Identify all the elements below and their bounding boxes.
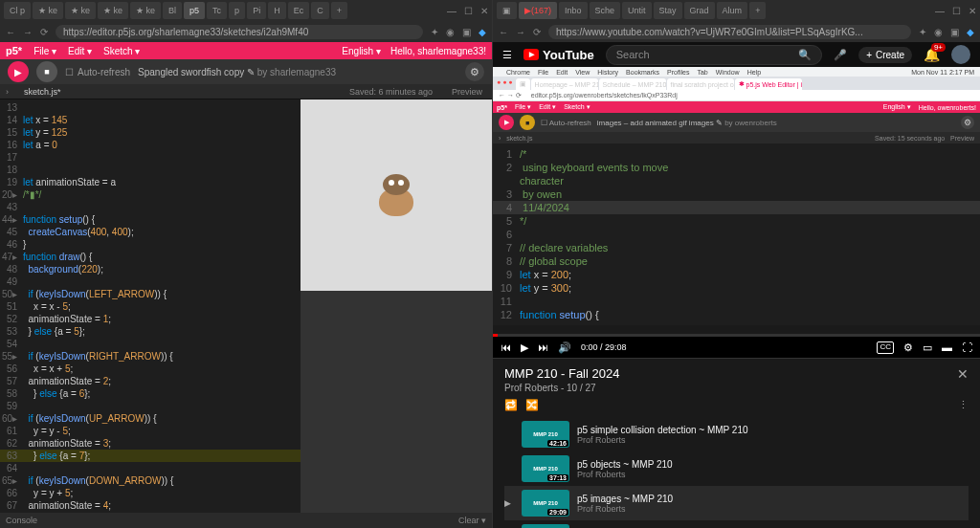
browser-tab[interactable]: ▣ (497, 2, 517, 19)
loop-icon[interactable]: 🔁 (504, 399, 518, 411)
browser-tabstrip: ▣ ▶ (167) Inbo Sche Untit Stay Grad Alum… (493, 0, 980, 21)
hamburger-icon[interactable]: ☰ (502, 49, 512, 61)
captions-icon[interactable]: CC (877, 341, 894, 354)
browser-tab[interactable]: Cl p (4, 2, 31, 19)
browser-toolbar: ← → ⟳ https://www.youtube.com/watch?v=Uj… (493, 21, 980, 42)
menu-file[interactable]: File ▾ (33, 46, 56, 56)
reload-icon[interactable]: ⟳ (533, 27, 541, 37)
play-button: ▶ (499, 115, 514, 130)
extension-icon[interactable]: ◉ (934, 27, 943, 37)
playlist-item[interactable]: MMP 21037:13 p5 objects ~ MMP 210Prof Ro… (504, 451, 969, 486)
new-tab-button[interactable]: + (749, 2, 766, 19)
search-icon[interactable]: 🔍 (798, 49, 812, 61)
new-tab-button[interactable]: + (331, 2, 347, 19)
playlist-meta: Prof Roberts - 10 / 27 (504, 383, 969, 393)
browser-tab[interactable]: Inbo (559, 2, 588, 19)
close-icon[interactable]: ✕ (480, 6, 488, 16)
video-content[interactable]: ChromeFileEditViewHistoryBookmarksProfil… (493, 67, 980, 334)
code-editor[interactable]: 13 14let x = 145 15let y = 125 16let a =… (0, 99, 301, 513)
playlist-item[interactable]: ▶ MMP 21029:09 p5 images ~ MMP 210Prof R… (504, 486, 969, 520)
browser-tab[interactable]: Ec (288, 2, 310, 19)
prev-icon[interactable]: ⏮ (501, 341, 511, 353)
extension-icon[interactable]: ✦ (919, 27, 926, 37)
play-icon[interactable]: ▶ (521, 341, 528, 354)
voice-search-icon[interactable]: 🎤 (834, 49, 847, 61)
browser-tab[interactable]: Stay (654, 2, 682, 19)
playlist-item[interactable]: MMP 21042:16 p5 simple collision detecti… (504, 417, 969, 451)
create-button[interactable]: + Create (858, 47, 912, 63)
reload-icon[interactable]: ⟳ (40, 27, 48, 37)
browser-tab[interactable]: Pi (247, 2, 266, 19)
browser-tab[interactable]: Bl (163, 2, 182, 19)
maximize-icon[interactable]: ☐ (952, 6, 961, 16)
p5-header: p5* File ▾ Edit ▾ Sketch ▾ English ▾ Hel… (0, 42, 492, 59)
browser-tab[interactable]: ★ ke (130, 2, 161, 19)
sprite-character (375, 174, 417, 216)
minimize-icon[interactable]: — (935, 6, 945, 16)
right-browser-window: ▣ ▶ (167) Inbo Sche Untit Stay Grad Alum… (493, 0, 980, 528)
playlist-panel: ✕ MMP 210 - Fall 2024 Prof Roberts - 10 … (493, 358, 980, 528)
close-icon[interactable]: ✕ (957, 366, 969, 382)
language-select[interactable]: English ▾ (342, 46, 381, 56)
sketch-name[interactable]: Spangled swordfish copy ✎ by sharlemagne… (138, 67, 336, 77)
notifications-icon[interactable]: 🔔9+ (924, 47, 940, 62)
miniplayer-icon[interactable]: ▭ (923, 341, 932, 354)
maximize-icon[interactable]: ☐ (464, 6, 473, 16)
browser-tab[interactable]: ★ ke (98, 2, 128, 19)
back-icon[interactable]: ← (6, 27, 15, 37)
back-icon[interactable]: ← (499, 27, 508, 37)
file-tab[interactable]: sketch.js* (14, 87, 71, 97)
search-input[interactable]: Search🔍 (606, 45, 822, 65)
fullscreen-icon[interactable]: ⛶ (962, 341, 972, 354)
extension-icon[interactable]: ✦ (431, 27, 438, 37)
extension-icon[interactable]: ◉ (446, 27, 455, 37)
play-button[interactable]: ▶ (8, 61, 29, 82)
browser-tab[interactable]: ▶ (167) (519, 2, 557, 19)
browser-tab[interactable]: p5 (184, 2, 205, 19)
browser-tab[interactable]: Sche (590, 2, 621, 19)
extension-icon[interactable]: ▣ (462, 27, 471, 37)
avatar[interactable] (951, 45, 970, 64)
browser-tab[interactable]: H (268, 2, 286, 19)
sketch-canvas (301, 99, 492, 291)
auto-refresh-toggle[interactable]: ☐Auto-refresh (65, 67, 130, 77)
gear-icon[interactable]: ⚙ (465, 62, 484, 81)
clear-button[interactable]: Clear ▾ (458, 516, 486, 525)
browser-tab[interactable]: Untit (622, 2, 652, 19)
playlist-item[interactable]: MMP 210 Keyboard events ~ MMP 210 (504, 520, 969, 528)
address-bar[interactable]: https://www.youtube.com/watch?v=UjWR7e0G… (548, 25, 911, 39)
forward-icon[interactable]: → (516, 27, 525, 37)
p5-toolbar: ▶ ■ ☐Auto-refresh Spangled swordfish cop… (0, 59, 492, 84)
close-icon[interactable]: ✕ (969, 6, 976, 16)
expand-sidebar-icon[interactable]: › (0, 87, 14, 97)
youtube-logo[interactable]: ▶YouTube (523, 48, 594, 62)
browser-tab[interactable]: ★ ke (65, 2, 96, 19)
extension-icon[interactable]: ◆ (479, 27, 486, 37)
browser-tab[interactable]: Grad (684, 2, 715, 19)
extension-icon[interactable]: ◆ (967, 27, 974, 37)
theater-icon[interactable]: ▬ (942, 341, 952, 354)
address-bar[interactable]: https://editor.p5js.org/sharlemagne33/sk… (56, 25, 423, 39)
browser-tab[interactable]: ★ ke (33, 2, 63, 19)
console-bar[interactable]: Console Clear ▾ (0, 513, 492, 528)
inner-p5-toolbar: ▶ ■ ☐ Auto-refresh images – add animated… (493, 113, 980, 132)
stop-button[interactable]: ■ (36, 61, 57, 82)
more-icon[interactable]: ⋮ (958, 399, 969, 411)
menu-sketch[interactable]: Sketch ▾ (103, 46, 140, 56)
next-icon[interactable]: ⏭ (538, 341, 548, 353)
browser-tab[interactable]: C (311, 2, 329, 19)
settings-icon[interactable]: ⚙ (903, 341, 913, 354)
extension-icon[interactable]: ▣ (950, 27, 959, 37)
video-player: ChromeFileEditViewHistoryBookmarksProfil… (493, 67, 980, 358)
volume-icon[interactable]: 🔊 (558, 341, 571, 354)
browser-tab[interactable]: Tc (207, 2, 227, 19)
browser-tab[interactable]: p (229, 2, 245, 19)
inner-tab: final scratch project copy co… ✕ (667, 78, 734, 90)
browser-tab[interactable]: Alum (717, 2, 748, 19)
minimize-icon[interactable]: — (447, 6, 457, 16)
shuffle-icon[interactable]: 🔀 (525, 399, 539, 411)
menu-edit[interactable]: Edit ▾ (68, 46, 92, 56)
video-progress[interactable] (493, 334, 980, 337)
user-greeting[interactable]: Hello, sharlemagne33! (390, 46, 486, 56)
forward-icon[interactable]: → (23, 27, 33, 37)
